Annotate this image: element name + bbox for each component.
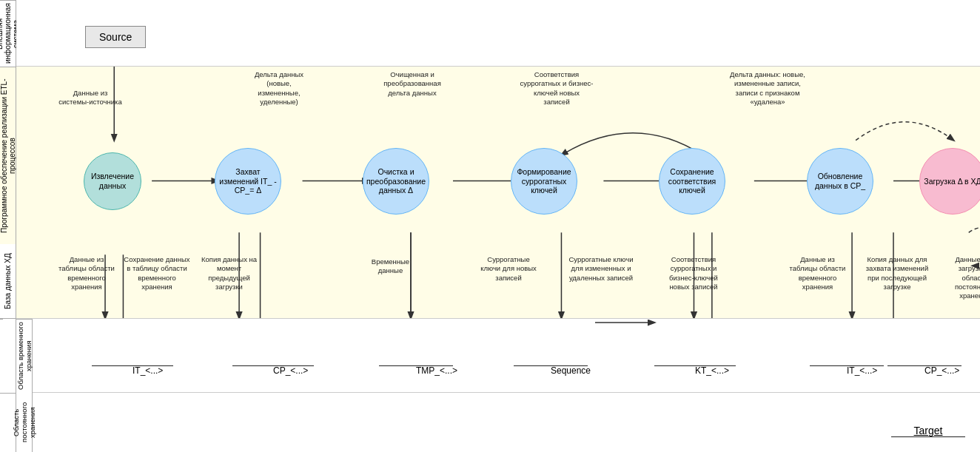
table-kt-label: KT_<...>: [695, 365, 729, 376]
label-db: База данных ХД: [0, 244, 16, 318]
table-cp2: CP_<...>: [887, 365, 961, 366]
label-surr-keys: Соответствия суррогатных и бизнес-ключей…: [520, 70, 594, 107]
label-temp-storage: Область временного хранения: [16, 319, 32, 393]
table-tmp: TMP_<...>: [379, 365, 453, 366]
temp-storage-row: IT_<...> CP_<...> TMP_<...> Sequence: [33, 319, 980, 393]
circle-load: Загрузка Δ в ХД: [919, 148, 980, 215]
label-cleaned: Очищенная и преобразованная дельта данны…: [379, 70, 446, 98]
diagram-area: Source: [16, 0, 980, 452]
db-sections: Область временного хранения Область пост…: [16, 319, 980, 452]
target-label: Target: [914, 425, 943, 436]
table-seq: Sequence: [514, 365, 588, 366]
section-etl: Извлечение данных Захват изменений IT_ -…: [16, 67, 980, 319]
table-it1: IT_<...>: [92, 365, 173, 366]
target-box: Target: [891, 425, 965, 437]
label-data-from-source: Данные из системы-источника: [57, 89, 124, 107]
circle-extract: Извлечение данных: [84, 152, 141, 210]
table-cp1: CP_<...>: [232, 365, 314, 366]
label-tmp: Временные данные: [363, 257, 418, 276]
label-save-to-table: Сохранение данных в таблицу области врем…: [124, 255, 190, 291]
table-cp2-label: CP_<...>: [924, 365, 959, 376]
section-external: Source: [16, 0, 980, 67]
label-from-table2: Данные из таблицы области временного хра…: [786, 255, 849, 291]
label-surr-changed: Суррогатные ключи для измененных и удале…: [568, 255, 634, 283]
db-sublabels: Область временного хранения Область пост…: [16, 319, 33, 452]
table-it2-label: IT_<...>: [847, 365, 877, 376]
source-box: Source: [85, 26, 146, 48]
circle-update: Обновление данных в СР_: [807, 148, 873, 215]
label-temp: [0, 319, 3, 393]
main-container: Внешняя информационная система Программн…: [0, 0, 980, 452]
label-external: Внешняя информационная система: [0, 0, 16, 67]
label-copy-prev: Копия данных на момент предыдущей загруз…: [198, 255, 261, 291]
label-surr-new: Суррогатные ключи для новых записей: [479, 255, 538, 283]
label-surr-biz: Соответствия суррогатных и бизнес-ключей…: [660, 255, 727, 291]
circle-clean: Очистка и преобразование данных Δ: [363, 148, 429, 215]
label-copy-next: Копия данных для захвата изменений при п…: [864, 255, 930, 291]
label-delta: Дельта данных (новые, измененные, уделен…: [246, 70, 312, 107]
label-etl: Программное обеспечение реализации ETL-п…: [0, 67, 16, 244]
table-it1-label: IT_<...>: [132, 365, 163, 376]
table-it2: IT_<...>: [810, 365, 884, 366]
db-arrows: [33, 319, 980, 392]
circle-surrogate: Формирование суррогатных ключей: [511, 148, 577, 215]
circle-capture: Захват изменений IT_ - CP_= Δ: [215, 148, 281, 215]
db-content: IT_<...> CP_<...> TMP_<...> Sequence: [33, 319, 980, 452]
label-for-perm: Данные для загрузки в область постоянног…: [945, 255, 980, 301]
label-perm-storage: Область постоянного хранения: [16, 393, 32, 452]
table-cp1-label: CP_<...>: [273, 365, 308, 376]
label-from-table: Данные из таблицы области временного хра…: [57, 255, 116, 291]
circle-savekeys: Сохранение соответствия ключей: [659, 148, 725, 215]
left-labels: Внешняя информационная система Программн…: [0, 0, 16, 452]
table-tmp-label: TMP_<...>: [416, 365, 457, 376]
table-kt: KT_<...>: [654, 365, 736, 366]
perm-storage-row: Target: [33, 393, 980, 452]
label-delta2: Дельта данных: новые, измененные записи,…: [727, 70, 808, 107]
table-seq-label: Sequence: [551, 365, 591, 376]
